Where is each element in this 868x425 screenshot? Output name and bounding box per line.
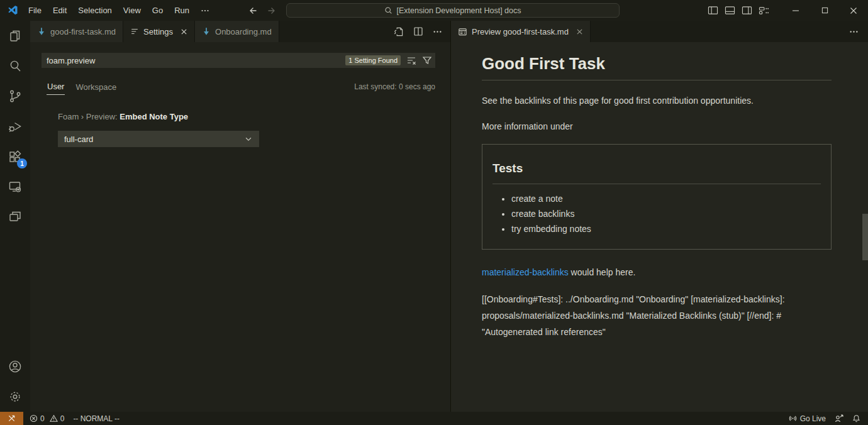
status-bar: 0 0 -- NORMAL -- Go Live (0, 412, 868, 425)
more-actions-icon[interactable] (433, 27, 442, 36)
remote-explorer-icon[interactable] (0, 172, 30, 202)
explorer-icon[interactable] (0, 21, 30, 51)
remote-indicator[interactable] (0, 412, 23, 425)
tab-good-first-task[interactable]: good-first-task.md (30, 21, 123, 42)
tab-label: Settings (143, 27, 173, 36)
more-actions-icon[interactable] (849, 27, 868, 36)
activity-bar: 1 (0, 21, 30, 412)
settings-editor-icon (130, 27, 139, 36)
broadcast-icon (789, 414, 797, 422)
markdown-preview: Good First Task See the backlinks of thi… (451, 42, 868, 412)
menu-run[interactable]: Run (169, 0, 195, 21)
settings-editor: 1 Setting Found User Workspace Last sync… (30, 42, 450, 412)
clear-filters-icon[interactable] (406, 55, 416, 65)
tab-label: Onboarding.md (215, 27, 272, 36)
menu-overflow-icon[interactable] (195, 6, 215, 15)
toggle-panel-icon[interactable] (721, 0, 738, 21)
tab-settings[interactable]: Settings (123, 21, 195, 42)
markdown-file-icon (202, 27, 211, 36)
back-icon[interactable] (248, 6, 258, 16)
tab-label: good-first-task.md (50, 27, 116, 36)
list-item: create a note (511, 194, 821, 204)
preview-heading: Good First Task (482, 54, 832, 80)
close-tab-icon[interactable] (576, 28, 583, 35)
backlink-paragraph: materialized-backlinks would help here. (482, 267, 832, 277)
editor-tabbar-left: good-first-task.md Settings Onboarding.m… (30, 21, 450, 42)
open-settings-json-icon[interactable] (393, 26, 404, 37)
toggle-primary-sidebar-icon[interactable] (704, 0, 721, 21)
customize-layout-icon[interactable] (755, 0, 772, 21)
preview-more-info: More information under (482, 121, 832, 131)
open-preview-icon (458, 27, 467, 36)
setting-title: Foam › Preview: Embed Note Type (58, 111, 259, 123)
scope-tab-workspace[interactable]: Workspace (75, 79, 117, 95)
backlink-rest: would help here. (569, 267, 636, 277)
forward-icon[interactable] (267, 6, 277, 16)
accounts-icon[interactable] (0, 351, 30, 382)
problems-indicator[interactable]: 0 0 (30, 414, 64, 423)
results-count-badge: 1 Setting Found (345, 55, 401, 65)
chevron-down-icon (244, 135, 253, 143)
editor-tabbar-right: Preview good-first-task.md (451, 21, 868, 42)
list-item: try embedding notes (511, 224, 821, 234)
window-controls (704, 0, 868, 21)
close-window-button[interactable] (839, 0, 868, 21)
error-count: 0 (40, 414, 45, 423)
vim-mode-indicator[interactable]: -- NORMAL -- (73, 414, 120, 423)
close-tab-icon[interactable] (181, 28, 187, 35)
vscode-logo-icon (7, 4, 18, 16)
command-center-label: [Extension Development Host] docs (396, 6, 521, 15)
setting-row-embed-note-type: Foam › Preview: Embed Note Type full-car… (58, 111, 259, 147)
minimize-button[interactable] (781, 0, 810, 21)
list-item: create backlinks (511, 209, 821, 219)
manage-gear-icon[interactable] (0, 382, 30, 412)
windows-view-icon[interactable] (0, 202, 30, 232)
tests-list: create a note create backlinks try embed… (492, 194, 821, 234)
menu-selection[interactable]: Selection (72, 0, 117, 21)
tab-onboarding[interactable]: Onboarding.md (195, 21, 279, 42)
setting-category: Foam › Preview: (58, 112, 120, 121)
link-references-text: [[Onboarding#Tests]: ../Onboarding.md "O… (482, 291, 832, 340)
filter-funnel-icon[interactable] (422, 55, 432, 65)
go-live-label: Go Live (800, 414, 826, 423)
embedded-note-heading: Tests (492, 162, 821, 184)
error-icon (30, 414, 38, 422)
last-synced-label: Last synced: 0 secs ago (354, 82, 435, 91)
preview-scrollbar[interactable] (862, 214, 868, 260)
setting-name: Embed Note Type (120, 112, 188, 121)
history-navigation (248, 0, 277, 21)
toggle-secondary-sidebar-icon[interactable] (738, 0, 755, 21)
markdown-file-icon (37, 27, 46, 36)
status-bar-right: Go Live (789, 414, 868, 423)
tab-preview-good-first-task[interactable]: Preview good-first-task.md (451, 21, 591, 42)
source-control-icon[interactable] (0, 81, 30, 111)
select-value: full-card (64, 135, 93, 144)
notifications-bell-icon[interactable] (852, 414, 860, 422)
extensions-badge: 1 (17, 158, 27, 168)
maximize-button[interactable] (810, 0, 839, 21)
settings-scope-row: User Workspace Last synced: 0 secs ago (47, 77, 435, 96)
editor-actions (393, 21, 450, 42)
titlebar: File Edit Selection View Go Run [Extensi… (0, 0, 868, 21)
extensions-icon[interactable]: 1 (0, 141, 30, 172)
menu-edit[interactable]: Edit (47, 0, 72, 21)
warning-count: 0 (60, 414, 65, 423)
menu-go[interactable]: Go (147, 0, 169, 21)
menu-bar: File Edit Selection View Go Run (23, 0, 215, 21)
feedback-icon[interactable] (835, 414, 843, 423)
search-view-icon[interactable] (0, 51, 30, 81)
menu-view[interactable]: View (118, 0, 147, 21)
preview-intro: See the backlinks of this page for good … (482, 96, 832, 106)
tab-label: Preview good-first-task.md (472, 27, 569, 36)
command-center-search[interactable]: [Extension Development Host] docs (286, 3, 620, 18)
menu-file[interactable]: File (23, 0, 47, 21)
scope-tab-user[interactable]: User (47, 79, 65, 95)
embed-note-type-select[interactable]: full-card (58, 131, 259, 147)
split-editor-icon[interactable] (413, 26, 423, 36)
run-debug-icon[interactable] (0, 111, 30, 141)
materialized-backlinks-link[interactable]: materialized-backlinks (482, 267, 569, 277)
warning-icon (50, 414, 58, 422)
embedded-note-card: Tests create a note create backlinks try… (482, 144, 832, 250)
go-live-button[interactable]: Go Live (789, 414, 826, 423)
search-icon (384, 6, 392, 14)
